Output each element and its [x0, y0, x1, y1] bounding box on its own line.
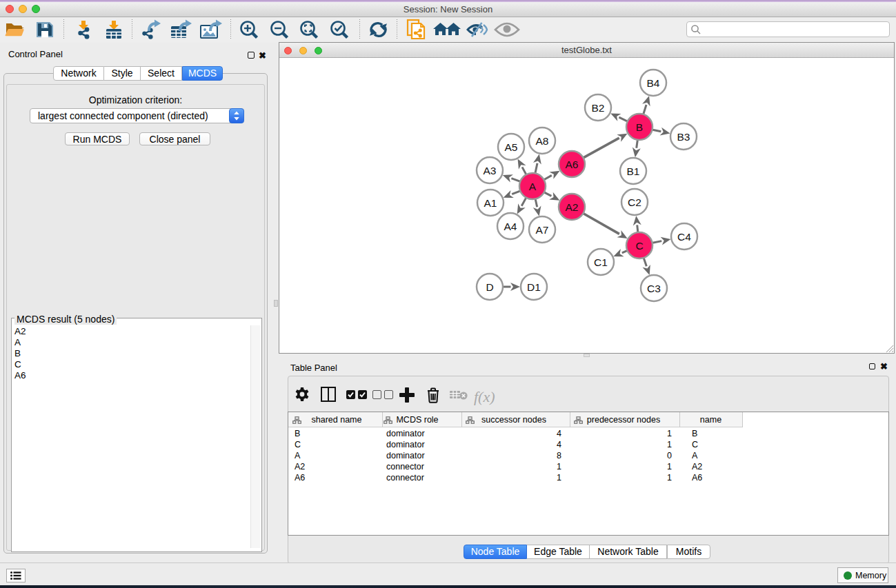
- svg-text:A2: A2: [566, 201, 579, 213]
- svg-text:A4: A4: [504, 221, 517, 232]
- svg-text:B1: B1: [627, 165, 640, 177]
- svg-text:A5: A5: [505, 141, 518, 153]
- svg-text:C3: C3: [647, 283, 661, 294]
- svg-text:C4: C4: [677, 231, 691, 243]
- svg-text:A: A: [529, 181, 537, 192]
- svg-text:A3: A3: [484, 165, 497, 176]
- svg-text:D1: D1: [527, 281, 541, 293]
- svg-text:B2: B2: [592, 102, 605, 114]
- svg-text:A1: A1: [484, 197, 497, 209]
- svg-text:C2: C2: [628, 196, 641, 208]
- svg-text:B: B: [636, 121, 643, 133]
- svg-text:A7: A7: [536, 224, 549, 236]
- svg-text:B4: B4: [647, 77, 660, 89]
- svg-text:A8: A8: [536, 135, 549, 147]
- svg-text:C: C: [635, 240, 643, 252]
- svg-text:B3: B3: [677, 131, 690, 143]
- svg-text:D: D: [486, 281, 493, 293]
- svg-text:C1: C1: [594, 256, 608, 268]
- svg-text:A6: A6: [566, 159, 579, 170]
